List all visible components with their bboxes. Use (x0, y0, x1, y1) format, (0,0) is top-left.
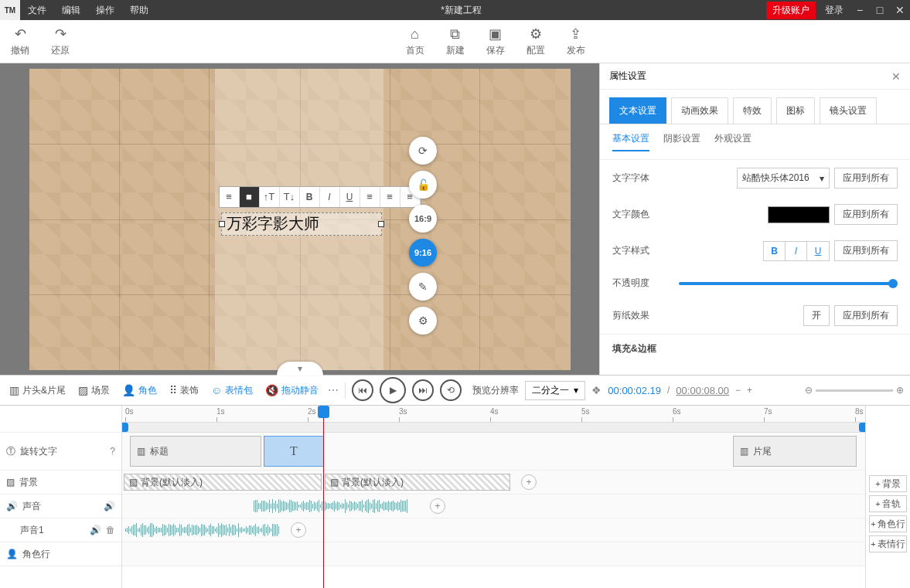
color-swatch[interactable] (768, 206, 830, 223)
config-button[interactable]: ⚙配置 (516, 22, 556, 60)
zoom-out-icon[interactable]: ⊖ (805, 385, 813, 396)
add-emoji-track-button[interactable]: + 表情行 (869, 535, 907, 552)
publish-button[interactable]: ⇪发布 (556, 22, 596, 60)
canvas-collapse-handle[interactable]: ▾ (277, 362, 323, 376)
delete-icon[interactable]: 🗑 (106, 525, 115, 535)
clip-tail[interactable]: ▥ 片尾 (733, 436, 857, 467)
head-tail-button[interactable]: ▥片头&片尾 (6, 382, 69, 399)
bg-clip-2[interactable]: ▨背景(默认淡入) (325, 474, 510, 491)
bold-icon[interactable]: B (300, 187, 320, 207)
refresh-icon[interactable]: ⟳ (409, 137, 437, 165)
apply-papercut-button[interactable]: 应用到所有 (834, 305, 898, 326)
range-end-handle[interactable] (859, 423, 865, 432)
bg-clip-1[interactable]: ▨背景(默认淡入) (124, 474, 322, 491)
menu-file[interactable]: 文件 (20, 0, 54, 20)
tab-text-settings[interactable]: 文本设置 (609, 97, 666, 124)
menu-action[interactable]: 操作 (88, 0, 122, 20)
aspect-16-9-button[interactable]: 16:9 (409, 205, 437, 233)
canvas[interactable]: ≡ ■ ↑T T↓ B I U ≡ ≡ ≡ 万彩字影大师 (29, 69, 571, 370)
add-sound1-button[interactable]: + (291, 522, 306, 538)
subtab-appearance[interactable]: 外观设置 (714, 132, 752, 151)
time-minus-icon[interactable]: − (735, 385, 741, 396)
skip-end-button[interactable]: ⏭ (412, 379, 434, 401)
tab-animation[interactable]: 动画效果 (671, 97, 728, 124)
papercut-toggle[interactable]: 开 (803, 305, 830, 326)
upgrade-button[interactable]: 升级账户 (766, 2, 816, 19)
aspect-9-16-button[interactable]: 9:16 (409, 239, 437, 267)
loop-button[interactable]: ⟲ (440, 379, 462, 401)
layers-icon[interactable]: ❖ (591, 384, 602, 396)
subtab-shadow[interactable]: 阴影设置 (663, 132, 700, 151)
drag-mute-button[interactable]: 🔇拖动静音 (262, 382, 322, 399)
edit-icon[interactable]: ✎ (409, 273, 437, 301)
menu-help[interactable]: 帮助 (122, 0, 156, 20)
font-dropdown[interactable]: 站酷快乐体2016▾ (737, 168, 830, 189)
time-plus-icon[interactable]: + (747, 385, 752, 396)
underline-toggle[interactable]: U (807, 242, 829, 260)
zoom-in-icon[interactable]: ⊕ (896, 385, 904, 396)
menu-edit[interactable]: 编辑 (54, 0, 88, 20)
list-icon[interactable]: ≡ (220, 187, 240, 207)
fill-color-icon[interactable]: ■ (240, 187, 260, 207)
save-button[interactable]: ▣保存 (475, 22, 516, 60)
font-decrease-icon[interactable]: T↓ (280, 187, 300, 207)
canvas-area[interactable]: ≡ ■ ↑T T↓ B I U ≡ ≡ ≡ 万彩字影大师 ⟳ 🔓 16:9 9:… (0, 63, 599, 375)
range-start-handle[interactable] (122, 423, 128, 432)
role-button[interactable]: 👤角色 (119, 382, 160, 399)
tab-effects[interactable]: 特效 (733, 97, 772, 124)
clip-text[interactable]: T (264, 436, 324, 467)
add-sound-button[interactable]: + (430, 498, 445, 514)
canvas-text-element[interactable]: 万彩字影大师 (221, 212, 382, 236)
playhead[interactable] (323, 406, 324, 588)
opacity-slider[interactable] (679, 282, 893, 285)
volume-icon[interactable]: 🔊 (90, 525, 101, 535)
maximize-button[interactable]: □ (870, 0, 890, 20)
tab-camera[interactable]: 镜头设置 (820, 97, 877, 124)
align-center-icon[interactable]: ≡ (380, 187, 400, 207)
align-left-icon[interactable]: ≡ (360, 187, 380, 207)
font-increase-icon[interactable]: ↑T (260, 187, 280, 207)
tab-icons[interactable]: 图标 (776, 97, 815, 124)
add-bg-track-button[interactable]: + 背景 (869, 475, 907, 492)
bold-toggle[interactable]: B (764, 242, 786, 260)
properties-close-icon[interactable]: ✕ (891, 70, 901, 83)
more-icon[interactable]: ⋯ (328, 384, 339, 396)
audio-clip-2[interactable] (125, 523, 280, 537)
new-button[interactable]: ⧉新建 (435, 22, 475, 60)
role-track[interactable] (122, 542, 865, 566)
apply-style-button[interactable]: 应用到所有 (834, 240, 898, 261)
add-role-track-button[interactable]: + 角色行 (869, 515, 907, 532)
preview-res-dropdown[interactable]: 二分之一▾ (525, 381, 585, 400)
apply-font-button[interactable]: 应用到所有 (834, 168, 898, 189)
undo-button[interactable]: ↶ 撤销 (0, 22, 40, 60)
scene-button[interactable]: ▨场景 (75, 382, 113, 399)
redo-button[interactable]: ↷ 还原 (40, 22, 80, 60)
subtab-basic[interactable]: 基本设置 (612, 132, 649, 151)
close-button[interactable]: ✕ (890, 0, 910, 20)
emoji-button[interactable]: ☺表情包 (208, 382, 256, 399)
minimize-button[interactable]: − (850, 0, 870, 20)
add-bg-button[interactable]: + (521, 474, 537, 490)
total-duration[interactable]: 00:00:08.00 (676, 385, 729, 396)
ruler[interactable]: 0s1s2s3s4s5s6s7s8s (122, 406, 865, 423)
zoom-slider[interactable] (816, 389, 893, 392)
sound-track[interactable]: + (122, 495, 865, 518)
text-track[interactable]: ▥ 标题 T ▥ 片尾 (122, 433, 865, 471)
skip-start-button[interactable]: ⏮ (352, 379, 373, 401)
track-content[interactable]: 0s1s2s3s4s5s6s7s8s ▥ 标题 T ▥ 片尾 ▨ (122, 406, 865, 588)
volume-icon[interactable]: 🔊 (104, 501, 115, 512)
deco-button[interactable]: ⠿装饰 (166, 382, 202, 399)
italic-icon[interactable]: I (320, 187, 340, 207)
italic-toggle[interactable]: I (786, 242, 807, 260)
clip-title[interactable]: ▥ 标题 (130, 436, 261, 467)
play-button[interactable]: ▶ (380, 377, 406, 403)
range-bar[interactable] (122, 423, 865, 433)
home-button[interactable]: ⌂首页 (395, 22, 435, 60)
bg-track[interactable]: ▨背景(默认淡入) ▨背景(默认淡入) + (122, 471, 865, 495)
audio-clip-1[interactable] (254, 499, 416, 513)
login-button[interactable]: 登录 (819, 4, 850, 17)
apply-color-button[interactable]: 应用到所有 (834, 204, 898, 225)
lock-icon[interactable]: 🔓 (409, 171, 437, 199)
underline-icon[interactable]: U (340, 187, 360, 207)
settings-icon[interactable]: ⚙ (409, 307, 437, 335)
